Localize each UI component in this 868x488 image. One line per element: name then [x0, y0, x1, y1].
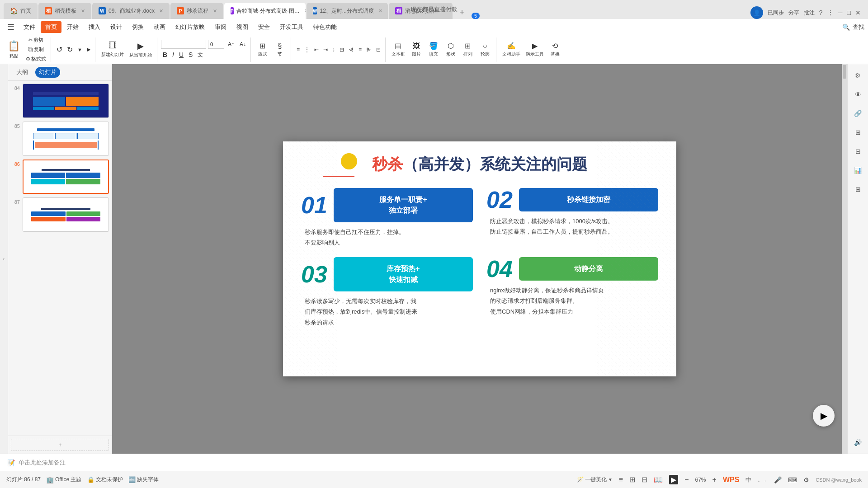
line-spacing-btn[interactable]: ↕ — [330, 46, 337, 54]
indent-right-btn[interactable]: ⇥ — [321, 46, 330, 54]
zoom-out-btn[interactable]: − — [684, 476, 689, 484]
user-avatar[interactable]: 👤 — [750, 6, 763, 19]
right-btn-3[interactable]: 🔗 — [849, 105, 867, 122]
tab-home[interactable]: 🏠 首页 — [4, 3, 38, 19]
zoom-in-btn[interactable]: + — [712, 476, 717, 484]
char-spacing-btn[interactable]: 文 — [196, 50, 205, 60]
undo-history-btn[interactable]: ▼ — [75, 46, 84, 53]
slide-item-86[interactable]: 86 — [11, 160, 109, 194]
font-size-down-btn[interactable]: A↓ — [238, 40, 248, 48]
view-mode-grid[interactable]: ⊞ — [629, 475, 635, 484]
video-float-btn[interactable]: ▶ — [813, 405, 835, 427]
share-btn[interactable]: 分享 — [788, 9, 799, 17]
tab-main[interactable]: P 合粒商城-分布式高级-图… ✕ — [224, 3, 306, 19]
tab-docx[interactable]: W 09、商城业务.docx ✕ — [92, 3, 170, 19]
shape-btn[interactable]: ⬡ 形状 — [443, 40, 459, 59]
italic-btn[interactable]: I — [170, 50, 176, 59]
menu-animate[interactable]: 动画 — [149, 21, 170, 33]
font-name-input[interactable] — [161, 40, 206, 49]
menu-home[interactable]: 首页 — [41, 21, 61, 33]
ime-indicator[interactable]: 中 — [745, 476, 751, 484]
panel-collapse-btn[interactable]: ‹ — [3, 256, 5, 262]
font-size-input[interactable]: 0 — [208, 40, 224, 49]
doc-protection[interactable]: 🔒 文档未保护 — [87, 476, 123, 483]
align-center-btn[interactable]: ≡ — [357, 46, 363, 54]
menu-special[interactable]: 特色功能 — [309, 21, 341, 33]
tab-template[interactable]: 稻 稻壳模板 ✕ — [38, 3, 91, 19]
fill-btn[interactable]: 🪣 填充 — [425, 40, 442, 59]
tab-sj[interactable]: P 秒杀流程 ✕ — [170, 3, 223, 19]
tab-timing[interactable]: W 12、定时...分布式调度 ✕ — [307, 3, 388, 19]
from-current-btn[interactable]: ▶ 从当前开始 — [127, 40, 154, 60]
right-btn-2[interactable]: 👁 — [849, 86, 867, 103]
close-window-btn[interactable]: ✕ — [855, 9, 861, 16]
help-btn[interactable]: ? — [819, 9, 823, 16]
num-list-btn[interactable]: ⋮ — [302, 46, 311, 54]
missing-font[interactable]: 🔤 缺失字体 — [128, 476, 159, 483]
present-tools-btn[interactable]: ▶ 演示工具 — [524, 40, 546, 59]
menu-switch[interactable]: 切换 — [127, 21, 148, 33]
maximize-btn[interactable]: □ — [847, 9, 851, 16]
font-size-up-btn[interactable]: A↑ — [226, 40, 236, 48]
right-btn-4[interactable]: ⊞ — [849, 124, 867, 141]
right-btn-1[interactable]: ⚙ — [849, 67, 867, 84]
justify-btn[interactable]: ⊟ — [374, 46, 382, 54]
text-helper-btn[interactable]: ✍ 文档助手 — [500, 40, 523, 59]
right-btn-audio[interactable]: 🔊 — [849, 434, 867, 451]
menu-review[interactable]: 审阅 — [210, 21, 231, 33]
outline-tab[interactable]: 大纲 — [13, 67, 32, 78]
redo-history-btn[interactable]: ▶ — [85, 46, 92, 53]
undo-btn[interactable]: ↺ — [55, 44, 64, 55]
paste-btn[interactable]: 📋 粘贴 — [5, 39, 22, 61]
new-slide-btn[interactable]: 🎞 新建幻灯片 — [99, 40, 126, 59]
btn-01[interactable]: 服务单一职责+独立部署 — [334, 188, 473, 222]
align-right-btn[interactable]: ⫸ — [364, 46, 373, 54]
hamburger-btn[interactable]: ☰ — [4, 20, 18, 34]
outline-btn[interactable]: ○ 轮廓 — [477, 41, 493, 59]
view-mode-normal[interactable]: ≡ — [619, 476, 623, 484]
tab-close-timing[interactable]: ✕ — [378, 8, 382, 14]
copy-btn[interactable]: ⿻ 复制 — [24, 45, 48, 54]
tab-close-main[interactable]: ✕ — [304, 8, 306, 14]
indent-left-btn[interactable]: ⇤ — [312, 46, 321, 54]
underline-btn[interactable]: U — [177, 50, 185, 59]
keyboard-icon[interactable]: ⌨ — [788, 476, 797, 483]
menu-dev[interactable]: 开发工具 — [275, 21, 308, 33]
sync-btn[interactable]: 已同步 — [768, 9, 784, 17]
menu-file[interactable]: 文件 — [19, 21, 40, 33]
menu-start[interactable]: 开始 — [62, 21, 83, 33]
notes-placeholder[interactable]: 单击此处添加备注 — [19, 459, 66, 467]
play-btn[interactable]: ▶ — [669, 475, 678, 484]
menu-design[interactable]: 设计 — [106, 21, 127, 33]
tab-close-template[interactable]: ✕ — [81, 8, 85, 14]
view-mode-split[interactable]: ⊟ — [642, 475, 647, 484]
beautify-btn[interactable]: 🪄 一键美化 ▼ — [576, 476, 613, 483]
col-btn[interactable]: ⊟ — [338, 46, 346, 54]
tab-close-sj[interactable]: ✕ — [213, 8, 217, 14]
menu-insert[interactable]: 插入 — [84, 21, 105, 33]
menu-view[interactable]: 视图 — [232, 21, 253, 33]
format-btn[interactable]: ⚙ 格式式 — [24, 55, 48, 63]
menu-security[interactable]: 安全 — [254, 21, 274, 33]
align-left-btn[interactable]: ⫷ — [347, 46, 356, 54]
settings-icon2[interactable]: ⚙ — [803, 476, 809, 483]
bullet-list-btn[interactable]: ≡ — [295, 46, 302, 54]
add-slide-btn[interactable]: ＋ — [11, 439, 109, 451]
menu-slideshow[interactable]: 幻灯片放映 — [171, 21, 209, 33]
strikethrough-btn[interactable]: S — [187, 50, 194, 59]
beautify-dropdown[interactable]: ▼ — [608, 477, 613, 482]
bold-btn[interactable]: B — [161, 50, 169, 59]
slide-item-84[interactable]: 84 — [11, 84, 109, 118]
arrange-btn[interactable]: ⊞ 排列 — [460, 40, 476, 59]
slide-item-85[interactable]: 85 — [11, 122, 109, 156]
slide-item-87[interactable]: 87 — [11, 197, 109, 232]
right-btn-grid[interactable]: ⊞ — [849, 181, 867, 198]
slides-tab[interactable]: 幻灯片 — [35, 67, 60, 78]
textbox-btn[interactable]: ▤ 文本框 — [389, 40, 407, 59]
search-label[interactable]: 查找 — [853, 23, 864, 31]
replace-btn[interactable]: ⟲ 替换 — [547, 40, 563, 59]
picture-btn[interactable]: 🖼 图片 — [408, 41, 425, 59]
redo-btn[interactable]: ↻ — [65, 44, 75, 55]
minimize-btn[interactable]: ─ — [838, 9, 843, 16]
batch-btn[interactable]: 批注 — [804, 9, 815, 17]
